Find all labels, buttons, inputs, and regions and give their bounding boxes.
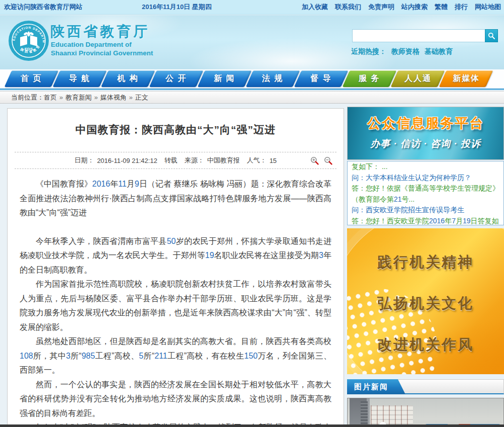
qa-answer[interactable]: 答：您好！西安欧亚学院2016年7月19日答复如下： [352, 216, 499, 226]
agency-spirit-banner[interactable]: 践行机关精神 弘扬机关文化 改进机关作风 [347, 228, 504, 374]
date-text: 2016年11月10日 星期四 [142, 3, 212, 12]
qa-question[interactable]: 问：西安欧亚学院招生宣传误导考生 [352, 205, 499, 216]
photo-news-header: 图片新闻 [347, 379, 504, 394]
article-paragraph: 今年秋季入学，陕西省渭南市富平县50岁的农民于郑州，怀揣大学录取通知书走进杨凌职… [20, 234, 331, 278]
meta-repost: 转载 [164, 156, 178, 165]
article-paragraph: 虽然地处西部地区，但是陕西却是名副其实的高教大省。目前，陕西共有各类高校108所… [20, 334, 331, 378]
font-zoom-controls [310, 156, 332, 165]
hot-search-label: 近期热搜： [351, 47, 386, 55]
nav-underline [0, 89, 504, 90]
welcome-text: 欢迎访问陕西省教育厅网站 [4, 3, 82, 12]
photo-news-tab[interactable]: 图片新闻 [347, 379, 405, 394]
search-icon [487, 32, 495, 40]
photo-school-building [371, 405, 413, 427]
breadcrumb-media-view[interactable]: 媒体视角 [100, 94, 126, 101]
site-header: EDUCATION DEPARTMENT OF SHAANXI 陕西省教育厅 E… [0, 15, 504, 69]
link-ranking[interactable]: 排行 [455, 3, 468, 12]
link-contact-us[interactable]: 联系我们 [335, 3, 361, 12]
qa-answer[interactable]: 答：您好！依据《普通高等学校学生管理规定》（教育部令第21号... [352, 183, 499, 205]
hot-search: 近期热搜：教师资格基础教育 [351, 47, 498, 56]
main-navigation: 首 页 导 航 机 构 公 开 新 闻 法 规 督 导 服 务 人人通 新媒体 [0, 69, 504, 89]
search-input[interactable] [352, 29, 485, 42]
meta-views: 15 [270, 157, 277, 164]
photo-news-image[interactable] [347, 398, 504, 427]
department-logo: EDUCATION DEPARTMENT OF SHAANXI 陕西省教育厅 E… [8, 20, 49, 61]
hot-search-term-2[interactable]: 基础教育 [425, 47, 453, 55]
article-paragraph: 《中国教育报》2016年11月9日（记者 蔡继乐 杨咏梅 冯丽）题：深化教育综合… [20, 177, 331, 220]
article-meta: 日期：2016-11-09 21:42:12 转载 来源：中国教育报 人气：15 [15, 152, 337, 169]
sidebar: 公众信息服务平台 办事 · 信访 · 咨询 · 投诉 复如下： ... 问：大学… [347, 107, 504, 427]
tab-renrentong[interactable]: 人人通 [391, 70, 445, 87]
service-banner-subtitle: 办事 · 信访 · 咨询 · 投诉 [348, 137, 503, 150]
hot-search-term-1[interactable]: 教师资格 [391, 47, 419, 55]
tab-supervision[interactable]: 督 导 [294, 70, 349, 87]
tab-regulations[interactable]: 法 规 [246, 70, 300, 87]
public-service-banner[interactable]: 公众信息服务平台 办事 · 信访 · 咨询 · 投诉 [347, 107, 504, 160]
meta-date: 2016-11-09 21:42:12 [97, 157, 157, 164]
service-banner-title: 公众信息服务平台 [348, 114, 503, 132]
tab-home[interactable]: 首 页 [5, 70, 59, 87]
meta-date-label: 日期： [74, 156, 94, 165]
breadcrumb-home[interactable]: 首页 [44, 94, 57, 101]
article-paragraph: 然而，一个公认的事实是，陕西的经济发展在全国长期处于相对较低水平，高教大省的科研… [20, 378, 331, 421]
zoom-in-icon[interactable] [310, 156, 319, 165]
site-title-en: Education Department of Shaanxi Provinci… [51, 40, 153, 57]
article-paragraph: 作为国家首批示范性高职院校，杨凌职院创新农村扶贫工作，以培养农村致富带头人为重点… [20, 277, 331, 334]
qa-scroll-box: 复如下： ... 问：大学本科结业生认定为何种学历？ 答：您好！依据《普通高等学… [347, 161, 504, 225]
article-panel: 中国教育报：陕西高教由“大”向“强”迈进 日期：2016-11-09 21:42… [7, 108, 344, 427]
breadcrumb-article: 正文 [135, 94, 148, 101]
spirit-line-1: 践行机关精神 [347, 252, 504, 273]
tab-services[interactable]: 服 务 [343, 70, 397, 87]
meta-source: 中国教育报 [207, 156, 240, 165]
utility-links: 加入收藏 联系我们 免责声明 站内搜索 繁體 排行 网站地图 [302, 3, 501, 12]
link-traditional-chinese[interactable]: 繁體 [435, 3, 448, 12]
qa-answer-tail[interactable]: 复如下： ... [352, 161, 499, 173]
zoom-out-icon[interactable] [324, 156, 332, 165]
bottom-edge-bar [0, 424, 504, 427]
link-add-favorite[interactable]: 加入收藏 [302, 3, 328, 12]
search-button[interactable] [485, 29, 498, 42]
tab-disclosure[interactable]: 公 开 [149, 70, 204, 87]
tab-navigation[interactable]: 导 航 [53, 70, 107, 87]
article-title: 中国教育报：陕西高教由“大”向“强”迈进 [8, 123, 344, 137]
breadcrumb: 当前位置：首页»教育新闻»媒体视角»正文 [0, 91, 504, 104]
tab-new-media[interactable]: 新媒体 [439, 70, 493, 87]
spirit-line-3: 改进机关作风 [347, 335, 504, 355]
spirit-line-2: 弘扬机关文化 [347, 294, 504, 314]
link-site-search[interactable]: 站内搜索 [401, 3, 428, 12]
tab-organization[interactable]: 机 构 [101, 70, 155, 87]
site-title-cn: 陕西省教育厅 [50, 22, 150, 41]
top-utility-bar: 欢迎访问陕西省教育厅网站 2016年11月10日 星期四 加入收藏 联系我们 免… [0, 0, 504, 15]
link-sitemap[interactable]: 网站地图 [475, 3, 501, 12]
logo-abbr: EDS [25, 47, 33, 51]
breadcrumb-label: 当前位置： [11, 94, 44, 101]
meta-source-label: 来源： [185, 156, 204, 165]
link-disclaimer[interactable]: 免责声明 [368, 3, 394, 12]
search-bar [352, 29, 498, 42]
breadcrumb-education-news[interactable]: 教育新闻 [65, 94, 92, 101]
meta-views-label: 人气： [247, 156, 267, 165]
qa-question[interactable]: 问：大学本科结业生认定为何种学历？ [352, 173, 499, 184]
article-body: 《中国教育报》2016年11月9日（记者 蔡继乐 杨咏梅 冯丽）题：深化教育综合… [8, 169, 344, 427]
photo-buildings [350, 398, 370, 427]
tab-news[interactable]: 新 闻 [198, 70, 252, 87]
